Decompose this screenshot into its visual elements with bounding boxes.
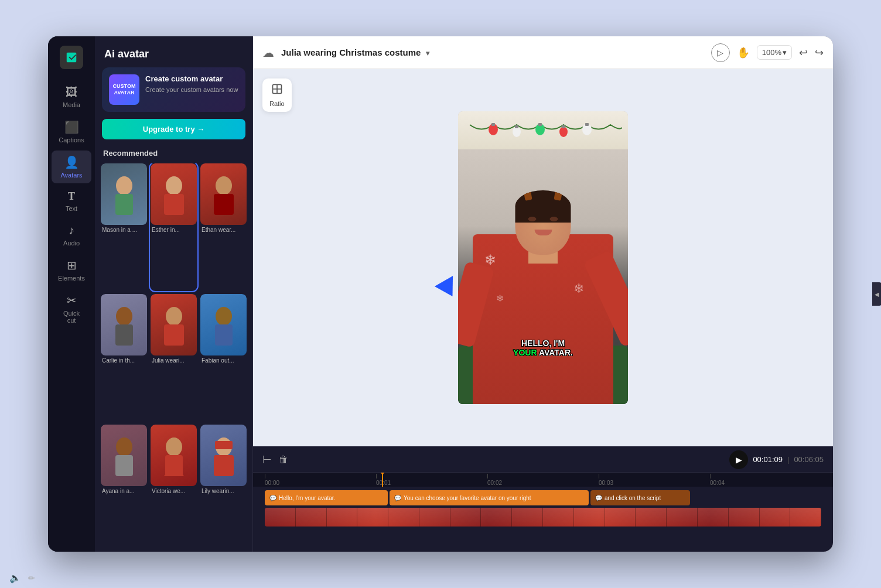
delete-icon[interactable]: 🗑	[279, 454, 288, 465]
main-content: ☁ Julia wearing Christmas costume ▾ ▷ ✋ …	[253, 36, 833, 552]
avatar-item-esther[interactable]: Esther in...	[151, 163, 197, 290]
svg-rect-29	[562, 125, 565, 128]
avatar-item-lily[interactable]: Lily wearin...	[200, 425, 247, 552]
caption-segment-3[interactable]: 💬 and click on the script	[590, 490, 690, 505]
title-chevron-icon[interactable]: ▾	[426, 49, 429, 57]
svg-rect-5	[214, 194, 234, 215]
avatar-img-victoria	[151, 425, 197, 486]
avatar-grid: Mason in a ... Esther in... Ethan wear..…	[95, 163, 252, 552]
svg-rect-7	[115, 324, 133, 346]
svg-rect-3	[164, 194, 184, 215]
icon-nav-bar: 🖼 Media ⬛ Captions 👤 Avatars T Text ♪ Au…	[48, 36, 95, 552]
undo-button[interactable]: ↩	[799, 46, 808, 59]
elements-icon: ⊞	[67, 258, 77, 272]
caption-icon-1: 💬	[269, 495, 276, 501]
caption-track: 💬 Hello, I'm your avatar. 💬 You can choo…	[265, 490, 821, 505]
canvas-area: Ratio	[253, 69, 833, 446]
media-icon: 🖼	[66, 86, 77, 99]
timeline-tracks: 💬 Hello, I'm your avatar. 💬 You can choo…	[253, 487, 833, 552]
video-preview: ❄ ❄ ❄ ❄	[458, 111, 628, 404]
svg-point-0	[116, 176, 132, 195]
timeline-area: ⊢ 🗑 ▶ 00:01:09 | 00:06:05 00:00	[253, 446, 833, 552]
logo-button[interactable]	[60, 46, 83, 69]
avatar-item-ayana[interactable]: Ayana in a...	[101, 425, 147, 552]
avatars-label: Avatars	[60, 172, 82, 179]
sidebar-item-elements[interactable]: ⊞ Elements	[52, 254, 91, 286]
svg-rect-17	[215, 441, 233, 449]
ruler-mark-3: 00:03	[599, 474, 710, 486]
avatar-label-victoria: Victoria we...	[151, 488, 197, 494]
avatar-label-esther: Esther in...	[151, 227, 197, 233]
sidebar-panel: Ai avatar CUSTOMAVATAR Create custom ava…	[95, 36, 253, 552]
trim-icon[interactable]: ⊢	[262, 453, 272, 466]
zoom-control[interactable]: 100% ▾	[757, 45, 792, 60]
ratio-button[interactable]: Ratio	[262, 78, 292, 112]
avatar-item-julia[interactable]: Julia weari...	[151, 294, 197, 421]
caption-segment-2[interactable]: 💬 You can choose your favorite avatar on…	[390, 490, 589, 505]
ratio-label: Ratio	[269, 100, 285, 107]
custom-avatar-thumb: CUSTOMAVATAR	[109, 74, 139, 105]
upgrade-button[interactable]: Upgrade to try →	[102, 119, 245, 139]
media-label: Media	[63, 101, 80, 108]
audio-label: Audio	[63, 240, 80, 247]
sidebar-item-audio[interactable]: ♪ Audio	[52, 219, 91, 251]
hand-tool-icon[interactable]: ✋	[737, 46, 750, 59]
svg-rect-9	[164, 324, 184, 346]
elements-label: Elements	[58, 275, 85, 282]
ruler-marks: 00:00 00:01 00:02 00:03	[265, 474, 821, 486]
svg-rect-27	[538, 123, 542, 126]
playhead[interactable]	[382, 473, 383, 487]
avatar-item-victoria[interactable]: Victoria we...	[151, 425, 197, 552]
preview-play-button[interactable]: ▷	[711, 43, 730, 62]
caption-segment-1[interactable]: 💬 Hello, I'm your avatar.	[265, 490, 388, 505]
redo-button[interactable]: ↪	[815, 46, 824, 59]
svg-rect-15	[165, 455, 183, 476]
ruler-mark-2: 00:02	[487, 474, 599, 486]
avatar-item-ethan[interactable]: Ethan wear...	[200, 163, 247, 290]
custom-avatar-card: CUSTOMAVATAR Create custom avatar Create…	[102, 67, 245, 112]
cloud-save-icon[interactable]: ☁	[262, 46, 274, 60]
custom-avatar-text: Create custom avatar Create your custom …	[145, 74, 238, 94]
timeline-time-display: ▶ 00:01:09 | 00:06:05	[729, 450, 824, 469]
timeline-play-button[interactable]: ▶	[729, 450, 748, 469]
top-bar: ☁ Julia wearing Christmas costume ▾ ▷ ✋ …	[253, 36, 833, 69]
avatar-label-mason: Mason in a ...	[101, 227, 147, 233]
svg-rect-13	[115, 455, 133, 476]
avatar-img-mason	[101, 163, 147, 225]
sidebar-item-quickcut[interactable]: ✂ Quickcut	[52, 289, 91, 329]
avatar-img-ayana	[101, 425, 147, 486]
person-area: ❄ ❄ ❄ ❄	[458, 149, 628, 404]
avatar-item-mason[interactable]: Mason in a ...	[101, 163, 147, 290]
avatar-label-fabian: Fabian out...	[200, 357, 247, 364]
sidebar-item-media[interactable]: 🖼 Media	[52, 81, 91, 113]
custom-avatar-desc: Create your custom avatars now	[145, 86, 238, 94]
avatars-icon: 👤	[64, 155, 79, 169]
svg-point-4	[216, 176, 232, 195]
time-separator: |	[787, 455, 789, 464]
caption-icon-2: 💬	[394, 495, 401, 501]
sidebar-item-captions[interactable]: ⬛ Captions	[52, 115, 91, 148]
timeline-controls: ⊢ 🗑 ▶ 00:01:09 | 00:06:05	[253, 447, 833, 473]
avatar-label-lily: Lily wearin...	[200, 488, 247, 494]
sidebar-item-avatars[interactable]: 👤 Avatars	[52, 151, 91, 183]
avatar-label-carlie: Carlie in th...	[101, 357, 147, 364]
avatar-label-ayana: Ayana in a...	[101, 488, 147, 494]
sidebar-item-text[interactable]: T Text	[52, 186, 91, 217]
sidebar-title: Ai avatar	[95, 36, 252, 67]
avatar-img-ethan	[200, 163, 247, 225]
avatar-item-carlie[interactable]: Carlie in th...	[101, 294, 147, 421]
svg-point-12	[116, 437, 132, 456]
zoom-chevron-icon: ▾	[783, 48, 787, 57]
avatar-img-esther	[151, 163, 197, 225]
svg-rect-23	[491, 123, 495, 126]
audio-icon: ♪	[69, 224, 74, 237]
topbar-right-controls: ▷ ✋ 100% ▾ ↩ ↪	[711, 43, 824, 62]
video-subtitle: HELLO, I'M YOUR AVATAR.	[513, 339, 573, 357]
text-label: Text	[66, 205, 77, 212]
custom-avatar-title: Create custom avatar	[145, 74, 238, 83]
avatar-item-fabian[interactable]: Fabian out...	[200, 294, 247, 421]
svg-point-8	[166, 307, 182, 326]
svg-point-10	[216, 307, 232, 326]
total-time: 00:06:05	[794, 455, 824, 464]
svg-rect-25	[515, 125, 518, 128]
